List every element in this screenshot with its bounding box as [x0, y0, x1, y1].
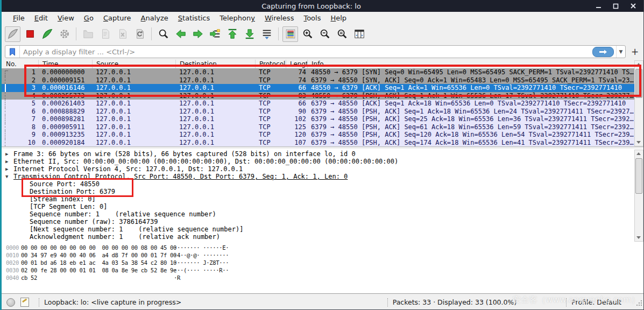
find-packet-icon[interactable] [155, 26, 171, 42]
packet-row-2[interactable]: 20.000009151127.0.0.1127.0.0.1TCP746379 … [2, 76, 644, 84]
packet-row-5[interactable]: 50.000261403127.0.0.1127.0.0.1TCP666379 … [2, 100, 644, 108]
close-button[interactable] [626, 0, 641, 12]
packet-row-9[interactable]: 90.000913235127.0.0.1127.0.0.1TCP1206379… [2, 131, 644, 139]
save-file-icon[interactable] [97, 26, 113, 42]
zoom-reset-icon[interactable] [334, 26, 350, 42]
column-header-destination[interactable]: Destination [175, 60, 255, 68]
go-forward-icon[interactable] [190, 26, 206, 42]
zoom-out-icon[interactable] [317, 26, 332, 42]
detail-line[interactable]: [TCP Segment Len: 0] [2, 203, 644, 210]
start-capture-icon[interactable] [5, 26, 20, 42]
detail-line[interactable]: ▶Ethernet II, Src: 00:00:00_00:00:00 (00… [2, 158, 644, 165]
column-header-length[interactable]: Length [286, 60, 307, 68]
detail-line[interactable]: ▶Frame 3: 66 bytes on wire (528 bits), 6… [2, 150, 644, 158]
detail-line[interactable]: ▼Transmission Control Protocol, Src Port… [2, 173, 644, 180]
scroll-up-icon[interactable] [635, 61, 642, 68]
restart-capture-icon[interactable] [39, 26, 55, 42]
menu-help[interactable]: Help [325, 13, 351, 23]
scrollbar-thumb[interactable] [635, 158, 642, 194]
related-packet-gutter [2, 139, 9, 147]
hex-row[interactable]: 002000 01 bd a6 18 eb e1 ac 4a 03 5a 38 … [2, 259, 644, 266]
expanded-arrow-icon[interactable]: ▼ [5, 173, 8, 180]
colorize-icon[interactable] [282, 26, 298, 42]
go-first-icon[interactable] [224, 26, 240, 42]
packet-row-4[interactable]: 40.000255773127.0.0.1127.0.0.1TCP8348550… [2, 92, 644, 100]
hex-row[interactable]: 0040cb 52·R [2, 274, 644, 281]
menu-wireless[interactable]: Wireless [260, 13, 299, 23]
packet-row-8[interactable]: 80.000905911127.0.0.1127.0.0.1TCP1256379… [2, 123, 644, 131]
open-file-icon[interactable] [80, 26, 96, 42]
minimize-button[interactable] [591, 0, 606, 12]
menu-edit[interactable]: Edit [30, 13, 53, 23]
related-packet-gutter [2, 123, 9, 131]
packet-info: 6379 → 48550 [PSH, ACK] Seq=1 Ack=18 Win… [307, 108, 644, 116]
packet-row-7[interactable]: 70.000898281127.0.0.1127.0.0.1TCP1026379… [2, 115, 644, 123]
filter-bookmark-button[interactable] [5, 46, 20, 58]
maximize-button[interactable] [608, 0, 624, 12]
detail-line[interactable]: Source Port: 48550 [2, 180, 644, 188]
column-header-source[interactable]: Source [92, 60, 175, 68]
collapsed-arrow-icon[interactable]: ▶ [5, 165, 8, 173]
close-file-icon[interactable] [115, 26, 130, 42]
packet-time: 0.000888829 [38, 108, 92, 116]
column-header-no[interactable]: No. [2, 60, 38, 68]
packet-row-3[interactable]: 30.000016146127.0.0.1127.0.0.1TCP6648550… [2, 84, 644, 92]
collapsed-arrow-icon[interactable]: ▶ [5, 150, 8, 158]
apply-filter-button[interactable] [592, 47, 614, 57]
filter-dropdown-button[interactable]: ▼ [616, 46, 625, 58]
collapsed-arrow-icon[interactable]: ▶ [5, 158, 8, 165]
hex-row[interactable]: 000000 00 00 00 00 00 00 00 00 00 00 00 … [2, 244, 644, 251]
packet-protocol: TCP [255, 100, 286, 108]
column-header-info[interactable]: Info [307, 60, 644, 68]
packet-list-header: No.TimeSourceDestinationProtocolLengthIn… [2, 60, 644, 69]
expert-info-icon[interactable] [6, 298, 15, 307]
scroll-up-icon[interactable] [635, 150, 642, 157]
menu-telephony[interactable]: Telephony [215, 13, 260, 23]
packet-destination: 127.0.0.1 [175, 115, 255, 123]
hex-ascii: ········ J·Z8T··· [162, 259, 644, 266]
detail-line[interactable]: [Next sequence number: 1 (relative seque… [2, 226, 644, 233]
packet-list-scrollbar[interactable] [634, 60, 643, 146]
go-to-packet-icon[interactable] [207, 26, 223, 42]
menu-go[interactable]: Go [79, 13, 98, 23]
detail-text: Internet Protocol Version 4, Src: 127.0.… [13, 165, 243, 173]
menu-tools[interactable]: Tools [299, 13, 325, 23]
menu-capture[interactable]: Capture [98, 13, 136, 23]
add-filter-button[interactable]: + [629, 46, 641, 58]
detail-line[interactable]: ▶Internet Protocol Version 4, Src: 127.0… [2, 165, 644, 173]
packet-row-1[interactable]: 10.000000000127.0.0.1127.0.0.1TCP7448550… [2, 68, 644, 76]
packet-row-6[interactable]: 60.000888829127.0.0.1127.0.0.1TCP906379 … [2, 108, 644, 116]
details-scrollbar[interactable] [634, 150, 643, 242]
go-back-icon[interactable] [173, 26, 188, 42]
packet-source: 127.0.0.1 [92, 123, 175, 131]
hex-row[interactable]: 001000 34 97 e9 40 00 40 06 a4 d8 7f 00 … [2, 251, 644, 259]
detail-line[interactable]: [Stream index: 0] [2, 195, 644, 203]
display-filter-input[interactable]: Apply a display filter ... <Ctrl-/> ▼ [5, 45, 626, 58]
column-header-time[interactable]: Time [38, 60, 92, 68]
go-last-icon[interactable] [242, 26, 257, 42]
resize-columns-icon[interactable] [351, 26, 367, 42]
detail-line[interactable]: Sequence number: 1 (relative sequence nu… [2, 210, 644, 218]
capture-comment-icon[interactable] [20, 298, 29, 307]
packet-info: 48550 → 6379 [PSH, ACK] Seq=1 Ack=1 Win=… [307, 92, 644, 100]
menu-analyze[interactable]: Analyze [136, 13, 173, 23]
scroll-down-icon[interactable] [635, 234, 642, 241]
menu-view[interactable]: View [53, 13, 79, 23]
detail-line[interactable]: Acknowledgment number: 1 (relative ack n… [2, 233, 644, 241]
capture-options-icon[interactable] [56, 26, 72, 42]
detail-line[interactable]: Sequence number (raw): 3786164739 [2, 218, 644, 226]
menu-file[interactable]: File [8, 13, 30, 23]
zoom-in-icon[interactable] [300, 26, 315, 42]
reload-file-icon[interactable] [132, 26, 147, 42]
scroll-down-icon[interactable] [635, 139, 642, 146]
hex-row[interactable]: 003002 00 fe 28 00 00 01 01 08 0a 8e 9e … [2, 266, 644, 274]
menu-statistics[interactable]: Statistics [173, 13, 215, 23]
detail-line[interactable]: Destination Port: 6379 [2, 188, 644, 195]
scrollbar-thumb[interactable] [635, 69, 642, 98]
stop-capture-icon[interactable] [22, 26, 38, 42]
title-bar[interactable]: Capturing from Loopback: lo [0, 0, 644, 12]
auto-scroll-icon[interactable] [259, 26, 274, 42]
packet-protocol: TCP [255, 131, 286, 139]
packet-row-10[interactable]: 100.000920184127.0.0.1127.0.0.1TCP107637… [2, 139, 644, 147]
column-header-protocol[interactable]: Protocol [255, 60, 286, 68]
